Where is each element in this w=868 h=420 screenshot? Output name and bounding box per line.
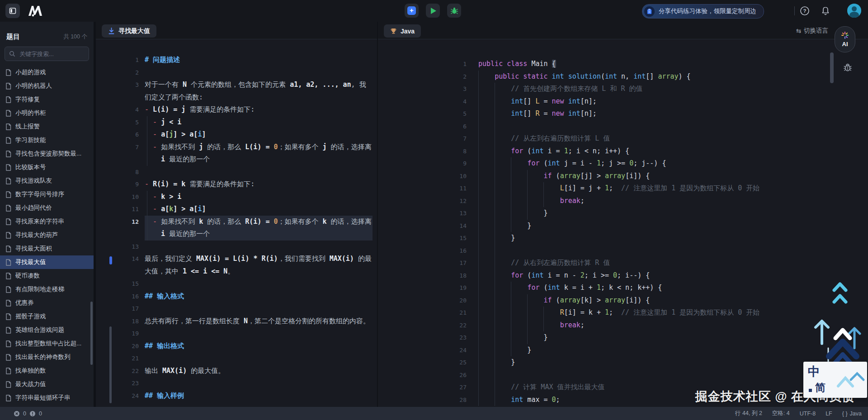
question-circle-icon: ? [799, 5, 810, 16]
status-bar: 0 0 行 44, 列 2 空格: 4 UTF-8 LF { }Java [0, 407, 868, 420]
run-button[interactable] [426, 4, 440, 18]
sidebar-item-3[interactable]: 小明的书柜 [0, 106, 94, 120]
sidebar-title: 题目 [6, 33, 20, 41]
eol-setting[interactable]: LF [826, 411, 832, 417]
user-avatar[interactable] [847, 4, 861, 18]
switch-language-label: 切换语言 [804, 27, 828, 35]
document-icon [5, 381, 11, 388]
problems-summary[interactable]: 0 0 [0, 411, 42, 417]
problem-tab[interactable]: 寻找最大值 [102, 24, 156, 38]
sidebar-scrollbar[interactable] [90, 302, 93, 365]
document-icon [5, 218, 11, 225]
document-icon [5, 123, 11, 130]
description-line-13: 13 [96, 241, 377, 253]
sidebar-item-22[interactable]: 找单独的数 [0, 364, 94, 378]
help-button[interactable]: ? [799, 5, 810, 16]
add-file-button[interactable]: + [405, 4, 419, 18]
line-number: 8 [96, 166, 139, 179]
search-box[interactable] [5, 47, 89, 61]
problem-panel: 寻找最大值 1# 问题描述23对于一个有 N 个元素的数组，包含如下的元素 a1… [96, 22, 377, 407]
cursor-position[interactable]: 行 44, 列 2 [735, 410, 762, 417]
document-icon [5, 395, 11, 401]
document-icon [5, 232, 11, 239]
sidebar-item-label: 找单独的数 [15, 367, 46, 375]
clipboard-icon [644, 6, 655, 17]
sidebar-item-0[interactable]: 小超的游戏 [0, 66, 94, 79]
sidebar-item-6[interactable]: 寻找包含斐波那契数最... [0, 147, 94, 160]
sidebar-item-11[interactable]: 寻找原来的字符串 [0, 215, 94, 228]
promo-banner[interactable]: 分享代码练习体验，领限量定制周边 [642, 4, 764, 19]
line-number: 10 [378, 170, 467, 183]
sidebar-item-14[interactable]: 寻找最大值 [0, 255, 94, 269]
sidebar-item-15[interactable]: 硬币凑数 [0, 269, 94, 283]
description-line-18: 18总共有两行，第一行是数组长度 N，第二个是空格分割的所有数组的内容。 [96, 315, 377, 328]
code-line-22: 22 break; [378, 319, 868, 332]
code-line-13: 13 } [378, 207, 868, 220]
description-line-15: 15 [96, 278, 377, 290]
line-number: 19 [378, 282, 467, 294]
sidebar-item-label: 比较版本号 [15, 163, 46, 171]
sidebar-item-4[interactable]: 线上报警 [0, 120, 94, 133]
warning-count: 0 [39, 411, 42, 417]
line-number: 16 [96, 290, 139, 303]
code-editor[interactable]: 1public class Main {2 public static int … [378, 39, 868, 407]
sidebar-item-17[interactable]: 优惠券 [0, 296, 94, 310]
sidebar-item-23[interactable]: 最大战力值 [0, 378, 94, 391]
sidebar-item-8[interactable]: 寻找游戏队友 [0, 174, 94, 188]
panel-bug-button[interactable] [843, 62, 853, 74]
bug-outline-icon [843, 62, 853, 72]
language-mode[interactable]: { }Java [842, 411, 862, 417]
line-number: 26 [378, 369, 467, 382]
line-number: 5 [378, 108, 467, 120]
sidebar-item-19[interactable]: 英雄组合游戏问题 [0, 323, 94, 337]
debug-button[interactable] [447, 4, 461, 18]
notifications-button[interactable] [820, 5, 831, 16]
sidebar-item-18[interactable]: 摇骰子游戏 [0, 310, 94, 323]
status-right: 行 44, 列 2 空格: 4 UTF-8 LF { }Java [735, 410, 868, 417]
marscode-logo[interactable] [26, 3, 44, 19]
sidebar-item-label: 小超的游戏 [15, 68, 46, 76]
indentation-setting[interactable]: 空格: 4 [772, 410, 790, 417]
problem-sidebar: 题目 共 100 个 小超的游戏小明的机器人字符修复小明的书柜线上报警学习新技能… [0, 22, 94, 407]
sidebar-item-21[interactable]: 找出最长的神奇数列 [0, 350, 94, 364]
ai-assistant-button[interactable]: AI [835, 26, 855, 52]
line-number: 2 [378, 71, 467, 83]
sidebar-item-24[interactable]: 字符串最短循环子串 [0, 391, 94, 405]
code-scrollbar[interactable] [830, 52, 834, 83]
sidebar-item-13[interactable]: 寻找最大面积 [0, 242, 94, 255]
sidebar-item-label: 英雄组合游戏问题 [15, 326, 64, 334]
scrollbar-marker [109, 256, 112, 264]
sidebar-item-label: 硬币凑数 [15, 272, 40, 280]
line-number: 2 [96, 66, 139, 79]
sidebar-item-label: 寻找包含斐波那契数最... [15, 150, 81, 158]
encoding-setting[interactable]: UTF-8 [800, 411, 816, 417]
line-number: 15 [378, 232, 467, 245]
document-icon [5, 69, 11, 76]
problem-scrollbar[interactable] [109, 326, 112, 403]
problem-list: 小超的游戏小明的机器人字符修复小明的书柜线上报警学习新技能寻找包含斐波那契数最.… [0, 66, 94, 405]
description-line-6: 6 - a[j] > a[i] [96, 128, 377, 141]
sidebar-item-label: 找出最长的神奇数列 [15, 353, 71, 361]
document-icon [5, 368, 11, 374]
sidebar-item-9[interactable]: 数字字母问号排序 [0, 188, 94, 201]
ime-indicator: 中 简 [803, 362, 867, 398]
sidebar-item-16[interactable]: 有点限制地走楼梯 [0, 283, 94, 296]
sidebar-item-10[interactable]: 最小趋同代价 [0, 201, 94, 215]
line-number: 13 [96, 241, 139, 253]
swap-arrows-icon: ⇆ [796, 27, 801, 34]
search-input[interactable] [19, 50, 84, 58]
sidebar-item-7[interactable]: 比较版本号 [0, 160, 94, 174]
code-line-18: 18 for (int i = n - 2; i >= 0; i--) { [378, 269, 868, 282]
ime-inner-arrows-icon [835, 366, 866, 392]
sidebar-item-2[interactable]: 字符修复 [0, 93, 94, 106]
language-tab[interactable]: Java [384, 24, 421, 38]
sidebar-item-5[interactable]: 学习新技能 [0, 133, 94, 147]
description-line-12: 12 - 如果找不到 k 的话，那么 R(i) = 0；如果有多个 k 的话，选… [96, 216, 377, 241]
switch-language-button[interactable]: ⇆ 切换语言 [796, 27, 828, 35]
sidebar-toggle-button[interactable] [5, 4, 20, 18]
code-panel: Java ⇆ 切换语言 1public class Main {2 public… [378, 22, 868, 407]
sidebar-item-1[interactable]: 小明的机器人 [0, 79, 94, 93]
problem-editor[interactable]: 1# 问题描述23对于一个有 N 个元素的数组，包含如下的元素 a1, a2, … [96, 39, 377, 407]
sidebar-item-20[interactable]: 找出整型数组中占比超... [0, 337, 94, 350]
sidebar-item-12[interactable]: 寻找最大的葫芦 [0, 228, 94, 242]
